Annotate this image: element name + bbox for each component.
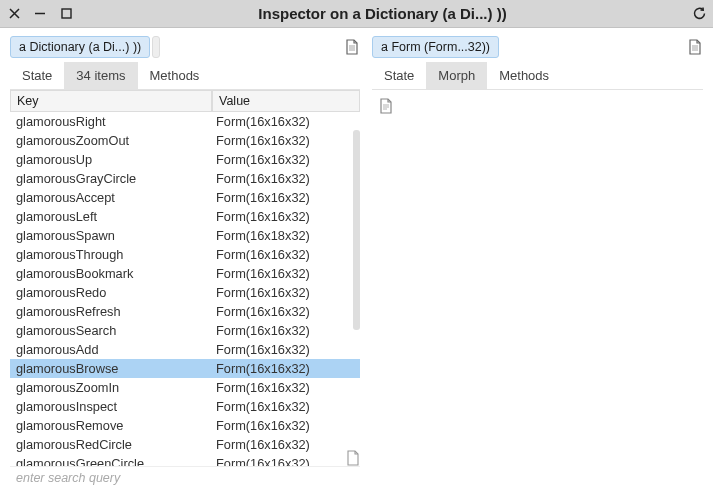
table-row[interactable]: glamorousBrowseForm(16x16x32) (10, 359, 360, 378)
cell-key: glamorousSearch (10, 323, 212, 338)
right-pane-header: a Form (Form...32)) (372, 36, 703, 58)
page-icon[interactable] (346, 450, 362, 466)
cell-value: Form(16x16x32) (212, 171, 360, 186)
rows-container: glamorousRightForm(16x16x32)glamorousZoo… (10, 112, 360, 466)
right-tabs: State Morph Methods (372, 62, 703, 90)
column-headers: Key Value (10, 90, 360, 112)
page-icon[interactable] (687, 39, 703, 55)
table-row[interactable]: glamorousZoomInForm(16x16x32) (10, 378, 360, 397)
tab-methods[interactable]: Methods (138, 62, 212, 89)
table-row[interactable]: glamorousThroughForm(16x16x32) (10, 245, 360, 264)
table-row[interactable]: glamorousLeftForm(16x16x32) (10, 207, 360, 226)
minimize-icon[interactable] (32, 6, 48, 22)
cell-key: glamorousBookmark (10, 266, 212, 281)
titlebar: Inspector on a Dictionary (a Di...) )) (0, 0, 713, 28)
cell-key: glamorousAdd (10, 342, 212, 357)
tab-state[interactable]: State (10, 62, 64, 89)
tab-methods-right[interactable]: Methods (487, 62, 561, 89)
table-row[interactable]: glamorousRefreshForm(16x16x32) (10, 302, 360, 321)
table-row[interactable]: glamorousGreenCircleForm(16x16x32) (10, 454, 360, 466)
tab-state-right[interactable]: State (372, 62, 426, 89)
cell-key: glamorousGrayCircle (10, 171, 212, 186)
tab-items[interactable]: 34 items (64, 62, 137, 89)
svg-rect-0 (62, 9, 71, 18)
cell-value: Form(16x16x32) (212, 456, 360, 466)
cell-value: Form(16x16x32) (212, 380, 360, 395)
table-row[interactable]: glamorousZoomOutForm(16x16x32) (10, 131, 360, 150)
table-row[interactable]: glamorousRemoveForm(16x16x32) (10, 416, 360, 435)
table-row[interactable]: glamorousSearchForm(16x16x32) (10, 321, 360, 340)
cell-value: Form(16x16x32) (212, 342, 360, 357)
window-title: Inspector on a Dictionary (a Di...) )) (74, 5, 691, 22)
cell-key: glamorousAccept (10, 190, 212, 205)
table-row[interactable]: glamorousAcceptForm(16x16x32) (10, 188, 360, 207)
cell-value: Form(16x16x32) (212, 437, 360, 452)
search-row (10, 466, 360, 490)
breadcrumb-dictionary[interactable]: a Dictionary (a Di...) )) (10, 36, 150, 58)
form-preview-icon[interactable] (378, 98, 394, 114)
cell-key: glamorousRight (10, 114, 212, 129)
breadcrumb-next[interactable] (152, 36, 160, 58)
cell-value: Form(16x16x32) (212, 304, 360, 319)
cell-key: glamorousSpawn (10, 228, 212, 243)
column-header-value[interactable]: Value (212, 90, 360, 112)
cell-key: glamorousRemove (10, 418, 212, 433)
cell-key: glamorousZoomIn (10, 380, 212, 395)
cell-value: Form(16x16x32) (212, 361, 360, 376)
table-row[interactable]: glamorousRightForm(16x16x32) (10, 112, 360, 131)
cell-key: glamorousRedo (10, 285, 212, 300)
left-pane-header: a Dictionary (a Di...) )) (10, 36, 360, 58)
cell-key: glamorousGreenCircle (10, 456, 212, 466)
table-row[interactable]: glamorousInspectForm(16x16x32) (10, 397, 360, 416)
cell-key: glamorousUp (10, 152, 212, 167)
table-row[interactable]: glamorousRedoForm(16x16x32) (10, 283, 360, 302)
right-pane: a Form (Form...32)) State Morph Methods (372, 36, 703, 490)
maximize-icon[interactable] (58, 6, 74, 22)
cell-key: glamorousInspect (10, 399, 212, 414)
column-header-key[interactable]: Key (10, 90, 212, 112)
search-input[interactable] (16, 471, 354, 485)
cell-value: Form(16x16x32) (212, 418, 360, 433)
cell-value: Form(16x16x32) (212, 247, 360, 262)
table-row[interactable]: glamorousBookmarkForm(16x16x32) (10, 264, 360, 283)
breadcrumb-form[interactable]: a Form (Form...32)) (372, 36, 499, 58)
page-icon[interactable] (344, 39, 360, 55)
cell-value: Form(16x16x32) (212, 114, 360, 129)
table-row[interactable]: glamorousGrayCircleForm(16x16x32) (10, 169, 360, 188)
cell-value: Form(16x18x32) (212, 228, 360, 243)
left-pane: a Dictionary (a Di...) )) State 34 items… (10, 36, 360, 490)
right-body (372, 90, 703, 490)
cell-value: Form(16x16x32) (212, 285, 360, 300)
left-body: Key Value glamorousRightForm(16x16x32)gl… (10, 90, 360, 490)
items-table: Key Value glamorousRightForm(16x16x32)gl… (10, 90, 360, 466)
content: a Dictionary (a Di...) )) State 34 items… (0, 28, 713, 500)
cell-key: glamorousRedCircle (10, 437, 212, 452)
cell-value: Form(16x16x32) (212, 133, 360, 148)
table-row[interactable]: glamorousUpForm(16x16x32) (10, 150, 360, 169)
close-icon[interactable] (6, 6, 22, 22)
cell-value: Form(16x16x32) (212, 209, 360, 224)
cell-value: Form(16x16x32) (212, 323, 360, 338)
cell-key: glamorousLeft (10, 209, 212, 224)
table-row[interactable]: glamorousSpawnForm(16x18x32) (10, 226, 360, 245)
cell-value: Form(16x16x32) (212, 190, 360, 205)
cell-value: Form(16x16x32) (212, 266, 360, 281)
cell-key: glamorousZoomOut (10, 133, 212, 148)
table-row[interactable]: glamorousAddForm(16x16x32) (10, 340, 360, 359)
cell-value: Form(16x16x32) (212, 152, 360, 167)
table-row[interactable]: glamorousRedCircleForm(16x16x32) (10, 435, 360, 454)
cell-value: Form(16x16x32) (212, 399, 360, 414)
left-tabs: State 34 items Methods (10, 62, 360, 90)
cell-key: glamorousThrough (10, 247, 212, 262)
cell-key: glamorousBrowse (10, 361, 212, 376)
tab-morph[interactable]: Morph (426, 62, 487, 89)
refresh-icon[interactable] (691, 6, 707, 22)
cell-key: glamorousRefresh (10, 304, 212, 319)
